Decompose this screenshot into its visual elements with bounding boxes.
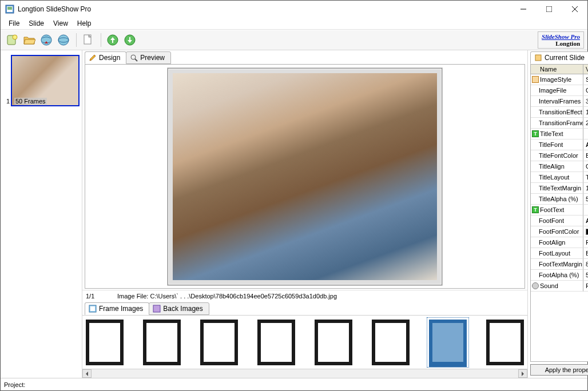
prop-row[interactable]: FootAlpha (%)50 bbox=[531, 270, 588, 281]
text-group-icon: T bbox=[532, 206, 539, 213]
prop-name: FootText bbox=[540, 206, 564, 213]
prop-value[interactable] bbox=[583, 129, 588, 139]
frame-icon bbox=[89, 305, 97, 313]
prop-row[interactable]: TitleTextMargin10 bbox=[531, 183, 588, 194]
prop-value[interactable]: Stretch bbox=[583, 74, 588, 85]
prop-row[interactable]: TransitionEffect1 - Fade bbox=[531, 107, 588, 118]
menu-file[interactable]: File bbox=[4, 18, 24, 29]
svg-point-15 bbox=[131, 55, 136, 59]
move-down-button[interactable] bbox=[122, 32, 138, 48]
prop-value[interactable]: Arial... bbox=[583, 139, 588, 150]
frame-item[interactable] bbox=[486, 320, 524, 365]
tab-frame-images[interactable]: Frame Images bbox=[85, 302, 149, 315]
magnifier-icon bbox=[130, 54, 138, 62]
prop-row[interactable]: FootFontColorBlack bbox=[531, 226, 588, 237]
scroll-right-button[interactable] bbox=[518, 369, 527, 378]
prop-row[interactable]: FootFontArial bbox=[531, 216, 588, 226]
menu-view[interactable]: View bbox=[49, 18, 73, 29]
menu-slide[interactable]: Slide bbox=[24, 18, 49, 29]
prop-value[interactable]: 10 bbox=[583, 183, 588, 194]
prop-value[interactable]: Right bbox=[583, 237, 588, 248]
slide-thumbnail[interactable]: 1 50 Frames bbox=[11, 55, 80, 106]
prop-row[interactable]: TitleFontArial... bbox=[531, 139, 588, 150]
prop-value[interactable]: 8 bbox=[583, 259, 588, 270]
prop-row[interactable]: ImageStyleStretch bbox=[531, 74, 588, 85]
prop-name: IntervalFrames bbox=[539, 98, 581, 105]
prop-row[interactable]: ImageFileC:\Users\Body\D bbox=[531, 85, 588, 96]
frame-item[interactable] bbox=[200, 320, 238, 365]
prop-row[interactable]: SoundFalse bbox=[531, 281, 588, 292]
prop-hdr-value[interactable]: Value bbox=[583, 65, 588, 74]
prop-row[interactable]: FootAlignRight bbox=[531, 237, 588, 248]
window-title: Longtion SlideShow Pro bbox=[18, 5, 510, 13]
prop-row[interactable]: FootTextMargin8 bbox=[531, 259, 588, 270]
pencil-icon bbox=[89, 54, 97, 62]
tab-preview[interactable]: Preview bbox=[126, 51, 171, 64]
prop-value[interactable]: C:\Users\Body\D bbox=[583, 85, 588, 96]
prop-hdr-name[interactable]: Name bbox=[531, 65, 583, 74]
open-project-button[interactable] bbox=[21, 32, 37, 48]
prop-row[interactable]: FootLayoutBottom bbox=[531, 248, 588, 259]
titlebar: Longtion SlideShow Pro bbox=[1, 1, 587, 18]
menubar: File Slide View Help bbox=[1, 18, 587, 30]
sound-group-icon bbox=[532, 282, 539, 289]
prop-row[interactable]: IntervalFrames30 bbox=[531, 96, 588, 107]
design-canvas[interactable] bbox=[85, 64, 525, 289]
svg-rect-4 bbox=[546, 6, 552, 12]
frame-scrollbar[interactable] bbox=[82, 369, 527, 378]
frame-item[interactable] bbox=[257, 320, 295, 365]
frame-item[interactable] bbox=[143, 320, 181, 365]
prop-row[interactable]: TransitionFrames20 bbox=[531, 118, 588, 129]
svg-rect-19 bbox=[153, 305, 160, 312]
frame-strip[interactable] bbox=[82, 315, 527, 369]
project-label: Project: bbox=[4, 381, 25, 388]
frame-item[interactable] bbox=[86, 320, 124, 365]
prop-value[interactable]: 1 - Fade bbox=[583, 107, 588, 118]
tab-current-slide[interactable]: Current Slide bbox=[530, 51, 588, 64]
tab-design[interactable]: Design bbox=[85, 51, 126, 64]
scroll-left-button[interactable] bbox=[82, 369, 92, 378]
save-exe-button[interactable] bbox=[38, 32, 54, 48]
prop-name: TitleLayout bbox=[539, 174, 569, 181]
prop-value[interactable]: Top bbox=[583, 172, 588, 183]
prop-value[interactable]: 50 bbox=[583, 270, 588, 281]
prop-value[interactable]: False bbox=[583, 281, 588, 292]
prop-value[interactable]: Bottom bbox=[583, 248, 588, 259]
save-scr-button[interactable] bbox=[55, 32, 71, 48]
svg-point-9 bbox=[41, 35, 51, 45]
prop-row[interactable]: TFootText bbox=[531, 205, 588, 216]
prop-value[interactable]: Center bbox=[583, 161, 588, 172]
minimize-button[interactable] bbox=[510, 1, 536, 18]
svg-point-10 bbox=[58, 35, 69, 45]
menu-help[interactable]: Help bbox=[73, 18, 96, 29]
prop-value[interactable] bbox=[583, 205, 588, 216]
frame-item[interactable] bbox=[315, 320, 352, 365]
prop-row[interactable]: TitleLayoutTop bbox=[531, 172, 588, 183]
move-up-button[interactable] bbox=[105, 32, 121, 48]
prop-row[interactable]: TitleAlpha (%)50 bbox=[531, 194, 588, 205]
prop-row[interactable]: TTitleText bbox=[531, 129, 588, 139]
prop-value[interactable]: 30 bbox=[583, 96, 588, 107]
svg-rect-20 bbox=[535, 55, 541, 61]
maximize-button[interactable] bbox=[536, 1, 562, 18]
prop-name: ImageFile bbox=[539, 87, 566, 94]
tab-back-images[interactable]: Back Images bbox=[149, 302, 209, 315]
prop-value[interactable]: Black bbox=[583, 150, 588, 161]
prop-row[interactable]: TitleFontColorBlack bbox=[531, 150, 588, 161]
frame-item[interactable] bbox=[372, 320, 410, 365]
new-project-button[interactable] bbox=[4, 32, 20, 48]
app-icon bbox=[5, 5, 14, 14]
new-slide-button[interactable] bbox=[80, 32, 96, 48]
prop-value[interactable]: Black bbox=[583, 226, 588, 237]
prop-value[interactable]: Arial bbox=[583, 216, 588, 226]
close-button[interactable] bbox=[562, 1, 587, 18]
frame-item-selected[interactable] bbox=[429, 320, 467, 365]
prop-name: FootFont bbox=[539, 217, 564, 224]
prop-row[interactable]: TitleAlignCenter bbox=[531, 161, 588, 172]
prop-value[interactable]: 20 bbox=[583, 118, 588, 129]
toolbar: SlideShow Pro Longtion bbox=[1, 30, 587, 50]
apply-all-button[interactable]: Apply the property to all slides bbox=[530, 364, 588, 376]
center-tabs: Design Preview bbox=[82, 50, 527, 64]
prop-value[interactable]: 50 bbox=[583, 194, 588, 205]
property-grid: Name Value ImageStyleStretchImageFileC:\… bbox=[530, 64, 588, 362]
